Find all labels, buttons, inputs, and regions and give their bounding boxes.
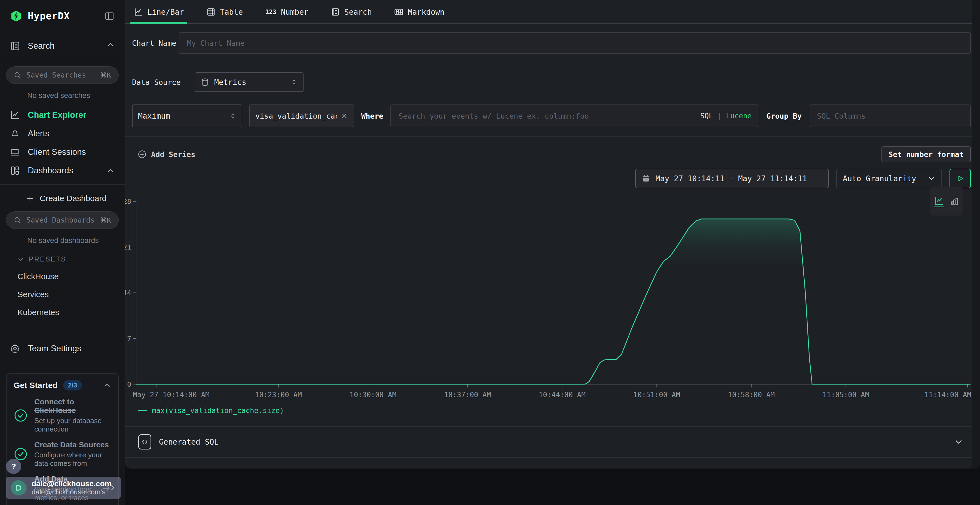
sql-toggle-option[interactable]: SQL <box>700 112 713 120</box>
preset-item-kubernetes[interactable]: Kubernetes <box>18 308 125 317</box>
divider <box>125 63 972 63</box>
aggregation-select[interactable]: Maximum <box>132 105 242 127</box>
group-by-field[interactable] <box>816 111 963 121</box>
check-circle-icon <box>14 409 28 422</box>
calendar-icon <box>642 175 650 183</box>
get-started-item[interactable]: Create Data SourcesConfigure where your … <box>14 440 111 468</box>
granularity-select[interactable]: Auto Granularity <box>836 169 942 188</box>
select-chevrons-icon <box>290 79 298 86</box>
table-icon <box>206 7 216 17</box>
sidebar-item-chart-explorer[interactable]: Chart Explorer <box>0 106 125 124</box>
create-dashboard-label: Create Dashboard <box>40 194 107 203</box>
database-icon <box>200 78 209 87</box>
line-chart[interactable]: 07142128May 27 10:14:00 AM10:23:00 AM10:… <box>125 197 971 405</box>
saved-dashboards-field[interactable] <box>26 216 95 224</box>
generated-sql-label: Generated SQL <box>159 438 219 446</box>
user-menu[interactable]: D dale@clickhouse.com dale@clickhouse.co… <box>6 477 121 499</box>
sidebar-item-dashboards[interactable]: Dashboards <box>0 161 125 180</box>
journal-icon <box>10 41 21 51</box>
sidebar-item-label: Client Sessions <box>28 147 86 157</box>
where-input[interactable]: SQL | Lucene <box>390 105 759 127</box>
svg-text:0: 0 <box>127 380 131 388</box>
avatar: D <box>11 480 26 495</box>
preset-item-clickhouse[interactable]: ClickHouse <box>18 272 125 281</box>
search-icon <box>13 71 22 79</box>
svg-text:10:30:00 AM: 10:30:00 AM <box>350 391 396 399</box>
saved-dashboards-input[interactable]: ⌘K <box>6 211 119 229</box>
help-button[interactable]: ? <box>6 459 21 474</box>
date-range-value: May 27 10:14:11 - May 27 11:14:11 <box>655 174 807 183</box>
user-texts: dale@clickhouse.com dale@clickhouse.com'… <box>32 480 103 496</box>
add-series-button[interactable]: Add Series <box>137 150 196 159</box>
select-chevrons-icon <box>229 113 236 119</box>
circle-plus-icon <box>137 150 147 159</box>
data-source-value: Metrics <box>214 78 247 87</box>
tab-label: Number <box>281 8 309 17</box>
chart-legend[interactable]: max(visa_validation_cache.size) <box>138 407 972 414</box>
tab-markdown[interactable]: Markdown <box>393 0 446 24</box>
group-by-input[interactable] <box>809 105 971 127</box>
chart-name-row: Chart Name <box>125 32 972 54</box>
create-dashboard-button[interactable]: Create Dashboard <box>26 192 125 204</box>
tab-search[interactable]: Search <box>329 0 374 24</box>
chart-line-icon <box>134 7 143 17</box>
progress-badge: 2/3 <box>63 380 82 391</box>
tab-number[interactable]: 123Number <box>264 0 310 24</box>
sidebar-item-search[interactable]: Search <box>0 38 125 54</box>
data-source-row: Data Source Metrics <box>125 72 972 92</box>
lucene-toggle-option[interactable]: Lucene <box>726 112 752 120</box>
remove-metric-icon[interactable] <box>340 112 348 120</box>
set-number-format-button[interactable]: Set number format <box>881 146 971 162</box>
code-icon <box>138 434 151 449</box>
tab-label: Markdown <box>408 8 445 17</box>
collapse-sidebar-button[interactable] <box>105 11 115 21</box>
get-started-item-text: Connect to ClickHouseSet up your databas… <box>34 397 111 434</box>
shortcut-badge: ⌘K <box>100 216 111 224</box>
line-chart-toggle-icon[interactable] <box>934 195 944 207</box>
sidebar-item-label: Dashboards <box>28 166 73 176</box>
date-range-input[interactable]: May 27 10:14:11 - May 27 11:14:11 <box>635 169 829 188</box>
granularity-value: Auto Granularity <box>843 174 916 183</box>
generated-sql-toggle[interactable]: Generated SQL <box>125 427 972 457</box>
number-icon: 123 <box>265 8 277 16</box>
sidebar-item-alerts[interactable]: Alerts <box>0 124 125 143</box>
bar-chart-toggle-icon[interactable] <box>950 197 959 206</box>
saved-searches-input[interactable]: ⌘K <box>6 67 119 84</box>
svg-text:10:23:00 AM: 10:23:00 AM <box>255 391 302 399</box>
data-source-label: Data Source <box>132 78 195 87</box>
metric-tag[interactable]: visa_validation_cach <box>249 105 354 127</box>
data-source-select[interactable]: Metrics <box>195 72 304 92</box>
toggle-separator: | <box>717 112 722 120</box>
svg-text:10:58:00 AM: 10:58:00 AM <box>728 391 775 399</box>
sidebar-item-client-sessions[interactable]: Client Sessions <box>0 143 125 161</box>
sidebar-divider <box>0 59 125 59</box>
chart-name-field[interactable] <box>186 39 963 48</box>
tab-line-bar[interactable]: Line/Bar <box>132 0 186 24</box>
svg-text:7: 7 <box>127 335 131 343</box>
get-started-header[interactable]: Get Started 2/3 <box>14 380 111 391</box>
tab-table[interactable]: Table <box>205 0 245 24</box>
svg-text:21: 21 <box>125 243 131 251</box>
saved-searches-field[interactable] <box>26 71 95 79</box>
app-root: HyperDX Search ⌘K No saved searches Char… <box>0 0 980 505</box>
grid-icon <box>10 165 20 176</box>
chevron-down-icon <box>955 438 963 446</box>
time-controls-row: May 27 10:14:11 - May 27 11:14:11 Auto G… <box>125 169 972 188</box>
get-started-item[interactable]: Connect to ClickHouseSet up your databas… <box>14 397 111 434</box>
sidebar-item-team-settings[interactable]: Team Settings <box>0 339 125 358</box>
run-query-button[interactable] <box>950 169 971 188</box>
presets-toggle[interactable]: PRESETS <box>18 255 125 263</box>
preset-item-services[interactable]: Services <box>18 290 125 299</box>
svg-text:28: 28 <box>125 197 131 205</box>
chevron-down-icon <box>18 256 24 262</box>
chart-name-input[interactable] <box>179 32 971 54</box>
chart-line-icon <box>10 110 20 120</box>
where-field[interactable] <box>398 111 700 121</box>
aggregation-value: Maximum <box>138 111 170 121</box>
svg-text:11:14:00 AM: 11:14:00 AM <box>924 391 971 399</box>
chevron-up-icon[interactable] <box>107 41 115 51</box>
chevron-up-icon[interactable] <box>107 167 115 175</box>
divider <box>125 457 972 458</box>
play-icon <box>956 175 964 183</box>
chevron-up-icon[interactable] <box>103 381 111 389</box>
